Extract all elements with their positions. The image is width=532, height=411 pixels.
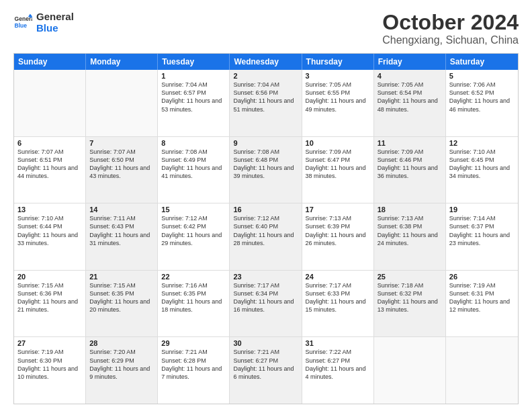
calendar-cell: 3Sunrise: 7:05 AM Sunset: 6:55 PM Daylig… bbox=[302, 70, 374, 136]
day-number: 28 bbox=[89, 339, 154, 347]
day-number: 5 bbox=[449, 72, 515, 80]
day-number: 22 bbox=[161, 273, 226, 281]
day-number: 1 bbox=[161, 72, 226, 80]
day-number: 31 bbox=[306, 339, 370, 347]
day-number: 12 bbox=[449, 139, 515, 147]
calendar-cell bbox=[14, 70, 86, 136]
day-info: Sunrise: 7:19 AM Sunset: 6:31 PM Dayligh… bbox=[449, 281, 515, 314]
day-number: 21 bbox=[89, 273, 154, 281]
day-info: Sunrise: 7:10 AM Sunset: 6:44 PM Dayligh… bbox=[17, 214, 82, 247]
calendar-cell: 18Sunrise: 7:13 AM Sunset: 6:38 PM Dayli… bbox=[374, 203, 446, 270]
page: General Blue General Blue October 2024 C… bbox=[0, 0, 532, 411]
calendar-cell: 11Sunrise: 7:09 AM Sunset: 6:46 PM Dayli… bbox=[374, 137, 446, 203]
calendar-cell: 24Sunrise: 7:17 AM Sunset: 6:33 PM Dayli… bbox=[302, 271, 374, 337]
day-info: Sunrise: 7:13 AM Sunset: 6:38 PM Dayligh… bbox=[378, 214, 442, 247]
day-info: Sunrise: 7:20 AM Sunset: 6:29 PM Dayligh… bbox=[89, 348, 154, 381]
day-number: 14 bbox=[89, 205, 154, 214]
header-day-tuesday: Tuesday bbox=[158, 54, 230, 70]
calendar-cell: 29Sunrise: 7:21 AM Sunset: 6:28 PM Dayli… bbox=[158, 337, 230, 404]
day-info: Sunrise: 7:18 AM Sunset: 6:32 PM Dayligh… bbox=[378, 281, 442, 314]
generalblue-logo-icon: General Blue bbox=[13, 13, 32, 32]
day-info: Sunrise: 7:05 AM Sunset: 6:54 PM Dayligh… bbox=[378, 81, 442, 113]
day-info: Sunrise: 7:15 AM Sunset: 6:36 PM Dayligh… bbox=[17, 281, 82, 314]
title-area: October 2024 Chengxiang, Sichuan, China bbox=[382, 11, 519, 46]
day-info: Sunrise: 7:09 AM Sunset: 6:47 PM Dayligh… bbox=[306, 148, 370, 181]
day-info: Sunrise: 7:04 AM Sunset: 6:56 PM Dayligh… bbox=[233, 81, 298, 113]
day-info: Sunrise: 7:17 AM Sunset: 6:33 PM Dayligh… bbox=[306, 281, 370, 314]
calendar-cell: 19Sunrise: 7:14 AM Sunset: 6:37 PM Dayli… bbox=[446, 203, 518, 270]
calendar-cell: 28Sunrise: 7:20 AM Sunset: 6:29 PM Dayli… bbox=[86, 337, 158, 404]
calendar-cell: 9Sunrise: 7:08 AM Sunset: 6:48 PM Daylig… bbox=[230, 137, 302, 203]
calendar-cell: 16Sunrise: 7:12 AM Sunset: 6:40 PM Dayli… bbox=[230, 203, 302, 270]
day-number: 26 bbox=[449, 273, 515, 281]
calendar-cell: 6Sunrise: 7:07 AM Sunset: 6:51 PM Daylig… bbox=[14, 137, 86, 203]
calendar-cell: 17Sunrise: 7:13 AM Sunset: 6:39 PM Dayli… bbox=[302, 203, 374, 270]
calendar-cell: 30Sunrise: 7:21 AM Sunset: 6:27 PM Dayli… bbox=[230, 337, 302, 404]
day-number: 11 bbox=[378, 139, 442, 147]
day-info: Sunrise: 7:10 AM Sunset: 6:45 PM Dayligh… bbox=[449, 148, 515, 181]
day-number: 6 bbox=[17, 139, 82, 147]
day-info: Sunrise: 7:12 AM Sunset: 6:40 PM Dayligh… bbox=[233, 214, 298, 247]
day-number: 2 bbox=[233, 72, 298, 80]
day-number: 3 bbox=[306, 72, 370, 80]
day-number: 29 bbox=[161, 339, 226, 347]
calendar-body: 1Sunrise: 7:04 AM Sunset: 6:57 PM Daylig… bbox=[14, 70, 518, 404]
calendar-cell: 14Sunrise: 7:11 AM Sunset: 6:43 PM Dayli… bbox=[86, 203, 158, 270]
day-info: Sunrise: 7:22 AM Sunset: 6:27 PM Dayligh… bbox=[306, 348, 370, 381]
calendar-cell: 10Sunrise: 7:09 AM Sunset: 6:47 PM Dayli… bbox=[302, 137, 374, 203]
calendar-cell: 2Sunrise: 7:04 AM Sunset: 6:56 PM Daylig… bbox=[230, 70, 302, 136]
day-number: 18 bbox=[378, 205, 442, 214]
calendar-title: October 2024 bbox=[382, 11, 519, 34]
day-info: Sunrise: 7:15 AM Sunset: 6:35 PM Dayligh… bbox=[89, 281, 154, 314]
calendar-cell: 31Sunrise: 7:22 AM Sunset: 6:27 PM Dayli… bbox=[302, 337, 374, 404]
calendar-cell: 13Sunrise: 7:10 AM Sunset: 6:44 PM Dayli… bbox=[14, 203, 86, 270]
calendar-cell: 7Sunrise: 7:07 AM Sunset: 6:50 PM Daylig… bbox=[86, 137, 158, 203]
calendar-week-2: 6Sunrise: 7:07 AM Sunset: 6:51 PM Daylig… bbox=[14, 137, 518, 204]
day-number: 15 bbox=[161, 205, 226, 214]
calendar-cell: 20Sunrise: 7:15 AM Sunset: 6:36 PM Dayli… bbox=[14, 271, 86, 337]
day-number: 27 bbox=[17, 339, 82, 347]
day-number: 8 bbox=[161, 139, 226, 147]
day-number: 19 bbox=[449, 205, 515, 214]
header-day-saturday: Saturday bbox=[446, 54, 518, 70]
calendar-week-3: 13Sunrise: 7:10 AM Sunset: 6:44 PM Dayli… bbox=[14, 203, 518, 271]
day-number: 10 bbox=[306, 139, 370, 147]
header-day-monday: Monday bbox=[86, 54, 158, 70]
day-info: Sunrise: 7:07 AM Sunset: 6:51 PM Dayligh… bbox=[17, 148, 82, 181]
day-number: 25 bbox=[378, 273, 442, 281]
calendar-cell bbox=[446, 337, 518, 404]
day-info: Sunrise: 7:19 AM Sunset: 6:30 PM Dayligh… bbox=[17, 348, 82, 381]
calendar-cell: 21Sunrise: 7:15 AM Sunset: 6:35 PM Dayli… bbox=[86, 271, 158, 337]
calendar-cell: 25Sunrise: 7:18 AM Sunset: 6:32 PM Dayli… bbox=[374, 271, 446, 337]
calendar-cell: 4Sunrise: 7:05 AM Sunset: 6:54 PM Daylig… bbox=[374, 70, 446, 136]
day-info: Sunrise: 7:08 AM Sunset: 6:48 PM Dayligh… bbox=[233, 148, 298, 181]
header-day-sunday: Sunday bbox=[14, 54, 86, 70]
calendar-subtitle: Chengxiang, Sichuan, China bbox=[382, 34, 519, 46]
calendar: SundayMondayTuesdayWednesdayThursdayFrid… bbox=[13, 53, 519, 404]
calendar-cell bbox=[374, 337, 446, 404]
day-info: Sunrise: 7:06 AM Sunset: 6:52 PM Dayligh… bbox=[449, 81, 515, 113]
logo: General Blue General Blue bbox=[13, 11, 74, 34]
calendar-cell: 8Sunrise: 7:08 AM Sunset: 6:49 PM Daylig… bbox=[158, 137, 230, 203]
calendar-cell: 1Sunrise: 7:04 AM Sunset: 6:57 PM Daylig… bbox=[158, 70, 230, 136]
day-number: 9 bbox=[233, 139, 298, 147]
calendar-cell: 23Sunrise: 7:17 AM Sunset: 6:34 PM Dayli… bbox=[230, 271, 302, 337]
calendar-cell bbox=[86, 70, 158, 136]
day-info: Sunrise: 7:09 AM Sunset: 6:46 PM Dayligh… bbox=[378, 148, 442, 181]
calendar-cell: 27Sunrise: 7:19 AM Sunset: 6:30 PM Dayli… bbox=[14, 337, 86, 404]
calendar-cell: 12Sunrise: 7:10 AM Sunset: 6:45 PM Dayli… bbox=[446, 137, 518, 203]
calendar-cell: 5Sunrise: 7:06 AM Sunset: 6:52 PM Daylig… bbox=[446, 70, 518, 136]
day-info: Sunrise: 7:21 AM Sunset: 6:27 PM Dayligh… bbox=[233, 348, 298, 381]
day-number: 24 bbox=[306, 273, 370, 281]
day-info: Sunrise: 7:11 AM Sunset: 6:43 PM Dayligh… bbox=[89, 214, 154, 247]
header-day-thursday: Thursday bbox=[302, 54, 374, 70]
day-info: Sunrise: 7:07 AM Sunset: 6:50 PM Dayligh… bbox=[89, 148, 154, 181]
day-number: 23 bbox=[233, 273, 298, 281]
header-day-friday: Friday bbox=[374, 54, 446, 70]
calendar-cell: 22Sunrise: 7:16 AM Sunset: 6:35 PM Dayli… bbox=[158, 271, 230, 337]
header: General Blue General Blue October 2024 C… bbox=[13, 11, 519, 46]
calendar-week-5: 27Sunrise: 7:19 AM Sunset: 6:30 PM Dayli… bbox=[14, 337, 518, 404]
calendar-header: SundayMondayTuesdayWednesdayThursdayFrid… bbox=[14, 54, 518, 70]
header-day-wednesday: Wednesday bbox=[230, 54, 302, 70]
day-info: Sunrise: 7:13 AM Sunset: 6:39 PM Dayligh… bbox=[306, 214, 370, 247]
